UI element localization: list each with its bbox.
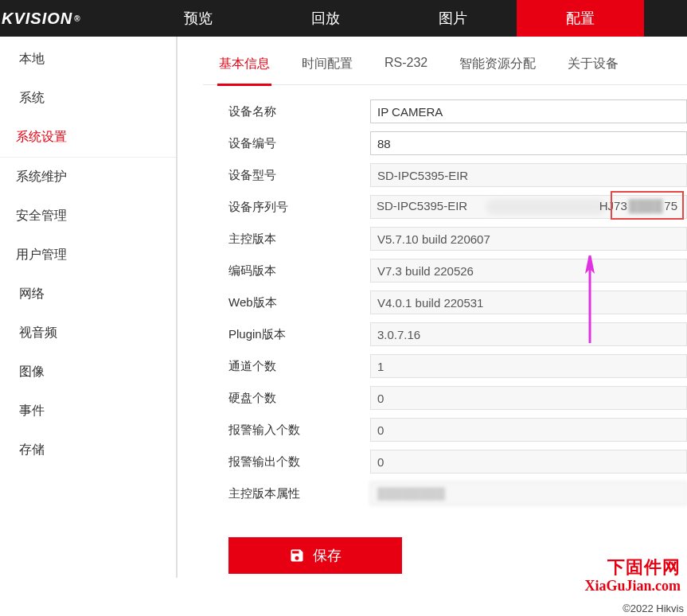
input-wrap-device-model — [370, 163, 687, 187]
sidebar-item-1[interactable]: 系统 — [0, 79, 176, 118]
input-wrap-device-no — [370, 131, 687, 155]
input-wrap-alarm-in — [370, 418, 687, 442]
row-device-name: 设备名称 — [228, 99, 687, 123]
topnav: 预览回放图片配置 — [92, 0, 687, 37]
main: 本地系统系统设置系统维护安全管理用户管理网络视音频图像事件存储 基本信息时间配置… — [0, 37, 687, 578]
input-wrap-encoding — [370, 259, 687, 283]
tab-2[interactable]: RS-232 — [383, 48, 429, 84]
watermark-text-1: 下固件网 — [607, 556, 681, 579]
save-icon — [289, 548, 305, 563]
input-plugin — [370, 322, 687, 346]
sidebar-item-8[interactable]: 图像 — [0, 353, 176, 392]
tabs: 基本信息时间配置RS-232智能资源分配关于设备 — [203, 48, 687, 85]
input-wrap-channels — [370, 354, 687, 378]
content: 基本信息时间配置RS-232智能资源分配关于设备 设备名称 设备编号 设备型号 — [178, 37, 687, 578]
input-alarm-out — [370, 450, 687, 474]
sidebar-item-6[interactable]: 网络 — [0, 275, 176, 314]
label-firmware: 主控版本 — [228, 232, 370, 247]
row-device-serial: 设备序列号 SD-IPC5395-EIR HJ73████75 — [228, 195, 687, 219]
sidebar-item-3[interactable]: 系统维护 — [0, 158, 176, 197]
topnav-item-2[interactable]: 图片 — [389, 0, 517, 37]
label-web: Web版本 — [228, 295, 370, 310]
input-encoding — [370, 259, 687, 283]
form: 设备名称 设备编号 设备型号 设备序列号 — [203, 99, 687, 505]
row-plugin: Plugin版本 — [228, 322, 687, 346]
label-device-serial: 设备序列号 — [228, 200, 370, 215]
serial-prefix: SD-IPC5395-EIR — [377, 199, 467, 212]
row-alarm-in: 报警输入个数 — [228, 418, 687, 442]
row-device-model: 设备型号 — [228, 163, 687, 187]
input-wrap-firmware — [370, 227, 687, 251]
input-wrap-web — [370, 290, 687, 314]
input-wrap-device-name — [370, 99, 687, 123]
input-wrap-hdd — [370, 386, 687, 410]
input-web — [370, 290, 687, 314]
input-device-no[interactable] — [370, 131, 687, 155]
input-device-name[interactable] — [370, 99, 687, 123]
sidebar-item-10[interactable]: 存储 — [0, 431, 176, 470]
sidebar-item-7[interactable]: 视音频 — [0, 314, 176, 353]
sidebar-item-2[interactable]: 系统设置 — [0, 118, 176, 158]
sidebar-item-4[interactable]: 安全管理 — [0, 197, 176, 236]
input-fw-attr — [370, 481, 687, 505]
tab-3[interactable]: 智能资源分配 — [458, 48, 537, 84]
sidebar-item-5[interactable]: 用户管理 — [0, 236, 176, 275]
input-wrap-fw-attr — [370, 481, 687, 505]
save-button-label: 保存 — [313, 546, 342, 565]
row-firmware: 主控版本 — [228, 227, 687, 251]
input-channels — [370, 354, 687, 378]
watermark-text-2: XiaGuJian.com — [584, 578, 681, 595]
tab-0[interactable]: 基本信息 — [217, 48, 271, 86]
sidebar: 本地系统系统设置系统维护安全管理用户管理网络视音频图像事件存储 — [0, 37, 178, 578]
input-wrap-plugin — [370, 322, 687, 346]
row-web: Web版本 — [228, 290, 687, 314]
label-alarm-out: 报警输出个数 — [228, 454, 370, 470]
input-wrap-device-serial: SD-IPC5395-EIR HJ73████75 — [370, 195, 687, 219]
input-wrap-alarm-out — [370, 450, 687, 474]
label-device-model: 设备型号 — [228, 168, 370, 183]
serial-suffix: HJ73████75 — [599, 199, 677, 212]
label-device-name: 设备名称 — [228, 104, 370, 119]
label-plugin: Plugin版本 — [228, 327, 370, 342]
input-alarm-in — [370, 418, 687, 442]
topnav-item-1[interactable]: 回放 — [262, 0, 389, 37]
sidebar-item-0[interactable]: 本地 — [0, 40, 176, 79]
tab-1[interactable]: 时间配置 — [300, 48, 354, 84]
row-hdd: 硬盘个数 — [228, 386, 687, 410]
row-fw-attr: 主控版本属性 — [228, 481, 687, 505]
input-device-model — [370, 163, 687, 187]
sidebar-item-9[interactable]: 事件 — [0, 392, 176, 431]
input-firmware — [370, 227, 687, 251]
label-channels: 通道个数 — [228, 359, 370, 374]
topbar: KVISION® 预览回放图片配置 — [0, 0, 687, 37]
row-alarm-out: 报警输出个数 — [228, 450, 687, 474]
label-hdd: 硬盘个数 — [228, 391, 370, 406]
tab-4[interactable]: 关于设备 — [566, 48, 620, 84]
brand-logo: KVISION® — [0, 0, 92, 37]
save-button[interactable]: 保存 — [228, 537, 402, 574]
copyright: ©2022 Hikvis — [623, 602, 684, 614]
label-device-no: 设备编号 — [228, 136, 370, 151]
row-channels: 通道个数 — [228, 354, 687, 378]
label-alarm-in: 报警输入个数 — [228, 423, 370, 438]
row-encoding: 编码版本 — [228, 259, 687, 283]
topnav-item-0[interactable]: 预览 — [135, 0, 262, 37]
serial-blur — [486, 199, 606, 215]
label-encoding: 编码版本 — [228, 263, 370, 279]
input-hdd — [370, 386, 687, 410]
topnav-item-3[interactable]: 配置 — [517, 0, 644, 37]
row-device-no: 设备编号 — [228, 131, 687, 155]
label-fw-attr: 主控版本属性 — [228, 486, 370, 501]
